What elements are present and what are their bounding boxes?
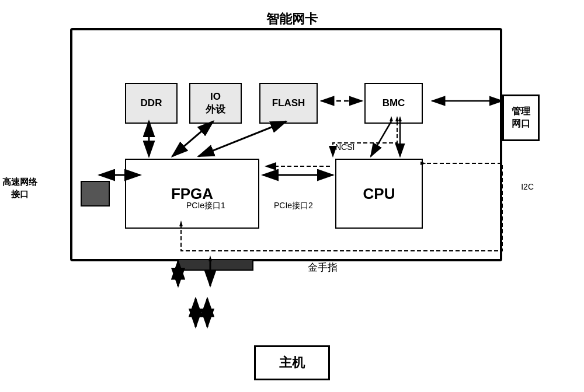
net-connector [81, 181, 110, 206]
nic-board: 高速网络 接口 管理 网口 DDR IO 外设 FLASH BMC FPGA [70, 28, 502, 261]
page-title: 智能网卡 [266, 10, 318, 28]
ncsi-label: NCSI [335, 142, 354, 152]
diagram: 智能网卡 高速网络 接口 管理 网口 DDR IO 外设 FLASH BMC [0, 0, 584, 392]
io-box: IO 外设 [189, 83, 242, 124]
fpga-box: FPGA [125, 159, 259, 229]
pcie2-label: PCIe接口2 [274, 201, 313, 211]
mgmt-port: 管理 网口 [502, 94, 540, 141]
ddr-box: DDR [125, 83, 178, 124]
host-box: 主机 [254, 345, 330, 380]
pcie-connector [178, 259, 253, 271]
i2c-label: I2C [521, 182, 534, 191]
flash-box: FLASH [259, 83, 318, 124]
highspeed-port-label: 高速网络 接口 [0, 164, 43, 211]
pcie1-label: PCIe接口1 [186, 201, 225, 211]
golden-finger-label: 金手指 [308, 261, 338, 274]
cpu-box: CPU [335, 159, 423, 229]
bmc-box: BMC [364, 83, 423, 124]
